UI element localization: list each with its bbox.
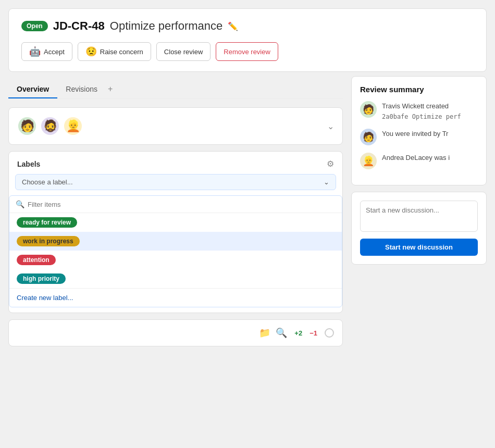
review-event: 👱 Andrea DeLacey was i (360, 153, 478, 169)
deletions-stat: −1 (310, 329, 317, 337)
main-layout: Overview Revisions + 🧑 🧔 👱 ⌄ Labe (8, 76, 487, 346)
tab-revisions[interactable]: Revisions (57, 81, 106, 98)
list-item[interactable]: ready for review (9, 213, 342, 232)
review-event: 🧑 Travis Wickett created 2a0bafe Optimiz… (360, 101, 478, 121)
event-text: You were invited by Tr (382, 129, 448, 139)
label-chip-attention: attention (17, 255, 56, 265)
dropdown-panel: 🔍 ready for review work in progress atte… (9, 195, 342, 307)
chevron-down-icon: ⌄ (324, 178, 329, 186)
tabs-row: Overview Revisions + (8, 76, 343, 99)
chevron-down-icon[interactable]: ⌄ (327, 121, 334, 131)
label-dropdown[interactable]: Choose a label... ⌄ (15, 174, 336, 190)
avatar: 🧑 (360, 129, 377, 145)
left-panel: Overview Revisions + 🧑 🧔 👱 ⌄ Labe (8, 76, 343, 346)
diff-circle-icon (325, 328, 334, 338)
labels-title: Labels (17, 160, 40, 168)
list-item[interactable]: work in progress (9, 232, 342, 251)
event-text: Andrea DeLacey was i (382, 153, 450, 163)
page-title: JD-CR-48 Optimize performance (53, 19, 223, 33)
discussion-card: Start new discussion (351, 192, 487, 265)
filter-row: 🔍 (9, 196, 342, 213)
discussion-textarea[interactable] (360, 201, 478, 232)
labels-header: Labels ⚙ (9, 152, 342, 174)
review-summary-title: Review summary (360, 85, 478, 94)
filter-input[interactable] (28, 201, 336, 208)
close-review-button[interactable]: Close review (156, 42, 211, 61)
list-item[interactable]: attention (9, 251, 342, 269)
label-chip-priority: high priority (17, 273, 66, 284)
status-badge: Open (21, 21, 48, 31)
search-icon[interactable]: 🔍 (276, 327, 287, 339)
dropdown-placeholder: Choose a label... (22, 178, 73, 186)
gear-icon[interactable]: ⚙ (327, 159, 334, 169)
diff-icons: 📁 🔍 (259, 327, 287, 339)
search-icon: 🔍 (16, 200, 24, 208)
avatar: 👱 (360, 153, 377, 169)
avatar: 🧑 (17, 116, 37, 136)
right-panel: Review summary 🧑 Travis Wickett created … (351, 76, 487, 346)
accept-button[interactable]: 🤖 Accept (21, 42, 72, 61)
avatars-list: 🧑 🧔 👱 (17, 116, 83, 136)
raise-concern-icon: 😟 (85, 46, 97, 57)
avatar: 🧔 (40, 116, 60, 136)
header-card: Open JD-CR-48 Optimize performance ✏️ 🤖 … (8, 8, 487, 72)
avatars-section: 🧑 🧔 👱 ⌄ (8, 107, 343, 145)
review-summary-card: Review summary 🧑 Travis Wickett created … (351, 76, 487, 185)
title-row: Open JD-CR-48 Optimize performance ✏️ (21, 19, 474, 33)
list-item[interactable]: high priority (9, 269, 342, 288)
remove-review-button[interactable]: Remove review (216, 42, 278, 61)
raise-concern-button[interactable]: 😟 Raise concern (78, 42, 151, 61)
additions-stat: +2 (294, 329, 302, 337)
label-chip-wip: work in progress (17, 236, 80, 246)
avatar: 🧑 (360, 101, 377, 118)
review-event: 🧑 You were invited by Tr (360, 129, 478, 145)
action-buttons: 🤖 Accept 😟 Raise concern Close review Re… (21, 42, 474, 61)
create-label-link[interactable]: Create new label... (9, 288, 342, 307)
labels-section: Labels ⚙ Choose a label... ⌄ 🔍 (8, 151, 343, 313)
tab-add-button[interactable]: + (106, 80, 115, 98)
accept-icon: 🤖 (29, 46, 41, 57)
avatar: 👱 (63, 116, 83, 136)
edit-icon[interactable]: ✏️ (228, 21, 238, 31)
start-discussion-button[interactable]: Start new discussion (360, 239, 478, 256)
tab-overview[interactable]: Overview (8, 81, 57, 98)
label-chip-ready: ready for review (17, 217, 77, 228)
folder-icon[interactable]: 📁 (259, 327, 270, 339)
event-text: Travis Wickett created 2a0bafe Optimize … (382, 101, 461, 121)
diff-section: 📁 🔍 +2 −1 (8, 319, 343, 346)
